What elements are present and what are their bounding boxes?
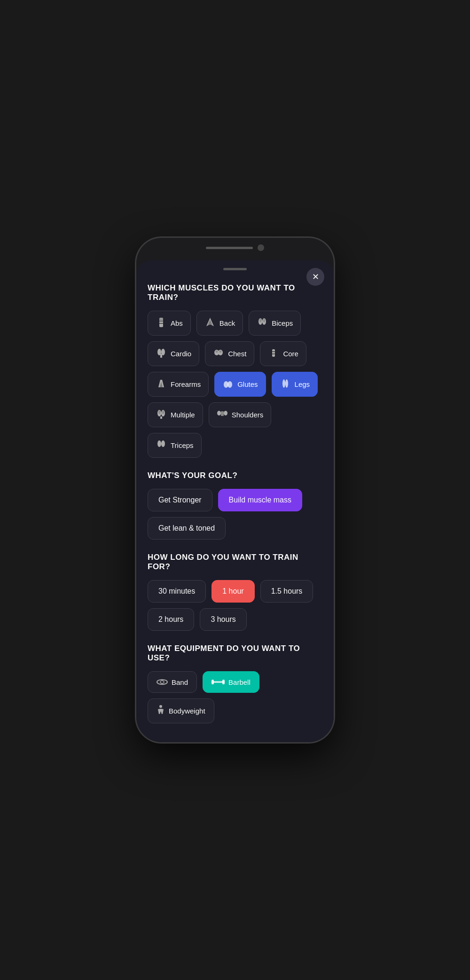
drag-handle: [223, 268, 247, 270]
time-chip-1-5hours[interactable]: 1.5 hours: [260, 580, 313, 603]
goal-label-stronger: Get Stronger: [158, 496, 202, 504]
muscle-chip-back[interactable]: Back: [196, 311, 243, 336]
cardio-icon: [156, 347, 167, 360]
muscle-chip-forearms[interactable]: Forearms: [148, 372, 209, 397]
time-chip-30min[interactable]: 30 minutes: [148, 580, 206, 603]
svg-point-3: [159, 318, 161, 320]
muscle-label-forearms: Forearms: [171, 380, 201, 388]
muscle-label-shoulders: Shoulders: [232, 411, 264, 419]
svg-point-33: [157, 440, 161, 447]
time-label-2hours: 2 hours: [158, 615, 183, 623]
back-icon: [204, 317, 216, 329]
svg-rect-20: [272, 353, 275, 354]
muscle-label-multiple: Multiple: [171, 411, 195, 419]
svg-rect-39: [222, 680, 225, 684]
notch-bar: [206, 247, 253, 249]
multiple-icon: [156, 408, 167, 421]
svg-point-31: [224, 411, 227, 416]
abs-icon: [156, 317, 167, 329]
muscles-chips-grid: Abs Back Biceps Cardio: [148, 311, 322, 458]
duration-section-title: How long do you want to train for?: [148, 553, 322, 572]
goal-chip-lean[interactable]: Get lean & toned: [148, 517, 226, 540]
notch-circle: [258, 244, 264, 251]
svg-point-16: [216, 351, 218, 353]
muscle-chip-biceps[interactable]: Biceps: [249, 311, 301, 336]
muscle-label-core: Core: [283, 350, 298, 358]
phone-notch-area: [136, 238, 334, 251]
muscle-label-biceps: Biceps: [272, 319, 293, 327]
svg-point-36: [160, 681, 164, 683]
muscle-label-cardio: Cardio: [171, 350, 191, 358]
time-chip-1hour[interactable]: 1 hour: [212, 580, 254, 603]
equip-chip-barbell[interactable]: Barbell: [203, 671, 259, 693]
forearms-icon: [156, 378, 167, 391]
muscles-section-title: Which muscles do you want to train?: [148, 283, 322, 302]
svg-point-10: [263, 319, 265, 322]
time-label-3hours: 3 hours: [211, 615, 235, 623]
legs-icon: [280, 378, 291, 391]
chest-icon: [213, 347, 224, 360]
muscle-label-legs: Legs: [295, 380, 310, 388]
barbell-icon: [212, 677, 225, 687]
muscle-label-triceps: Triceps: [171, 441, 194, 449]
close-button[interactable]: ✕: [306, 268, 324, 286]
svg-rect-2: [159, 323, 163, 324]
goal-label-lean: Get lean & toned: [158, 524, 215, 532]
svg-rect-19: [272, 351, 275, 352]
goal-section-title: What's your goal?: [148, 471, 322, 480]
svg-point-27: [158, 410, 160, 414]
muscle-chip-shoulders[interactable]: Shoulders: [209, 402, 272, 427]
muscle-chip-legs[interactable]: Legs: [272, 372, 318, 397]
goal-chip-stronger[interactable]: Get Stronger: [148, 489, 212, 511]
muscle-chip-core[interactable]: Core: [260, 341, 306, 366]
equip-label-band: Band: [172, 678, 188, 686]
muscle-chip-glutes[interactable]: Glutes: [214, 372, 266, 397]
svg-point-17: [219, 351, 222, 353]
equip-chip-band[interactable]: Band: [148, 671, 197, 693]
muscle-chip-cardio[interactable]: Cardio: [148, 341, 199, 366]
glutes-icon: [222, 378, 234, 391]
equip-chip-bodyweight[interactable]: Bodyweight: [148, 698, 214, 723]
svg-rect-38: [212, 680, 214, 684]
svg-point-22: [227, 381, 232, 388]
svg-rect-1: [159, 321, 163, 321]
time-label-1-5hours: 1.5 hours: [271, 587, 303, 595]
muscle-label-chest: Chest: [228, 350, 246, 358]
equip-label-barbell: Barbell: [228, 678, 251, 686]
bodyweight-icon: [157, 705, 165, 717]
goal-chip-muscle[interactable]: Build muscle mass: [218, 489, 302, 511]
svg-point-30: [217, 411, 221, 416]
modal-sheet: ✕ Which muscles do you want to train? Ab…: [136, 260, 334, 742]
svg-point-4: [161, 318, 163, 320]
muscle-label-glutes: Glutes: [237, 380, 258, 388]
goal-label-muscle: Build muscle mass: [229, 496, 291, 504]
equip-label-bodyweight: Bodyweight: [169, 707, 205, 715]
muscle-label-abs: Abs: [171, 319, 183, 327]
svg-rect-32: [221, 411, 224, 416]
svg-point-28: [162, 410, 164, 414]
phone-frame: ✕ Which muscles do you want to train? Ab…: [136, 238, 334, 742]
svg-point-40: [159, 705, 162, 708]
equipment-section-title: What equipment do you want to use?: [148, 644, 322, 663]
time-chip-3hours[interactable]: 3 hours: [200, 608, 246, 631]
muscle-chip-multiple[interactable]: Multiple: [148, 402, 203, 427]
time-chips-grid: 30 minutes 1 hour 1.5 hours 2 hours 3 ho…: [148, 580, 322, 631]
triceps-icon: [156, 439, 167, 452]
equip-chips-grid: Band Barbell Bodyweight: [148, 671, 322, 723]
time-label-30min: 30 minutes: [158, 587, 195, 595]
band-icon: [157, 677, 168, 687]
time-label-1hour: 1 hour: [222, 587, 243, 595]
muscle-chip-triceps[interactable]: Triceps: [148, 433, 202, 458]
biceps-icon: [257, 317, 268, 329]
svg-point-34: [161, 440, 165, 447]
svg-point-23: [282, 379, 285, 388]
muscle-chip-chest[interactable]: Chest: [205, 341, 254, 366]
shoulders-icon: [217, 408, 228, 421]
svg-rect-18: [272, 349, 275, 357]
svg-point-24: [285, 379, 288, 388]
time-chip-2hours[interactable]: 2 hours: [148, 608, 194, 631]
muscle-chip-abs[interactable]: Abs: [148, 311, 191, 336]
svg-rect-29: [160, 416, 162, 419]
goal-chips-grid: Get Stronger Build muscle mass Get lean …: [148, 489, 322, 540]
svg-rect-13: [160, 354, 162, 358]
